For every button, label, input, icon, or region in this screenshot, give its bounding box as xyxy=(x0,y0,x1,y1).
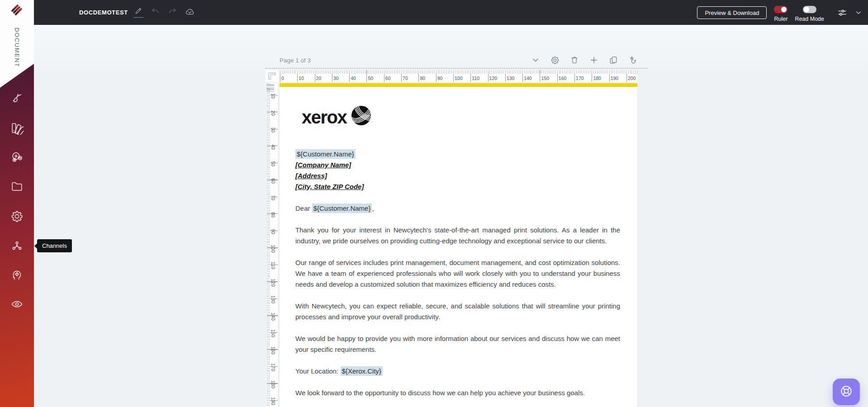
sidebar-item-insights[interactable] xyxy=(10,268,24,281)
v-ruler-label: 70 xyxy=(270,195,276,200)
app-logo xyxy=(9,3,24,17)
save-status xyxy=(185,8,195,18)
v-ruler-label: 140 xyxy=(270,312,276,321)
read-mode-toggle-group: Read Mode xyxy=(795,3,824,22)
view-settings-button[interactable] xyxy=(837,7,848,18)
xerox-logo: xerox xyxy=(302,104,620,130)
sidebar-item-settings[interactable] xyxy=(10,210,24,223)
paragraph: We would be happy to provide you with mo… xyxy=(295,333,620,355)
xerox-logo-text: xerox xyxy=(302,108,346,126)
clipped-paragraph: We look forward to the opportunity to di… xyxy=(295,388,620,398)
document-page[interactable]: xerox xyxy=(280,87,637,407)
customer-name-variable[interactable]: ${Customer.Name} xyxy=(295,149,356,159)
h-ruler-label: 130 xyxy=(507,76,515,81)
undo-button[interactable] xyxy=(151,8,161,18)
v-ruler-label: 190 xyxy=(270,397,276,405)
ruler-toggle[interactable] xyxy=(774,6,787,13)
duplicate-page-button[interactable] xyxy=(609,56,618,65)
eye-icon xyxy=(10,305,24,312)
h-ruler-label: 180 xyxy=(593,76,601,81)
pencil-icon xyxy=(134,7,142,17)
redo-button[interactable] xyxy=(168,8,178,18)
sidebar-section-label: DOCUMENT xyxy=(14,28,20,67)
location-label: Your Location: xyxy=(295,367,341,375)
copy-icon xyxy=(609,59,618,66)
v-ruler-label: 80 xyxy=(270,212,276,218)
v-ruler-label: 130 xyxy=(270,295,276,303)
v-ruler-label: 10 xyxy=(270,93,276,99)
undo-icon xyxy=(151,7,160,18)
v-ruler-label: 150 xyxy=(270,329,276,337)
h-ruler-label: 190 xyxy=(611,76,619,81)
delete-page-button[interactable] xyxy=(570,56,579,65)
h-ruler-label: 160 xyxy=(559,76,567,81)
sidebar-item-styles[interactable] xyxy=(10,122,24,135)
toggle-knob xyxy=(781,7,787,12)
h-ruler-label: 150 xyxy=(541,76,550,81)
h-ruler-label: 50 xyxy=(368,76,374,81)
v-ruler-label: 40 xyxy=(270,144,276,150)
tooltip-text: Channels xyxy=(42,242,67,249)
h-ruler-label: 0 xyxy=(281,76,284,81)
v-ruler-label: 160 xyxy=(270,346,276,355)
h-ruler-label: 40 xyxy=(351,76,356,81)
address-line: [Address] xyxy=(295,170,620,181)
tooltip-arrow xyxy=(34,243,37,249)
sidebar: DOCUMENT xyxy=(0,0,34,407)
add-page-button[interactable] xyxy=(589,56,598,65)
recipient-name-line: ${Customer.Name} xyxy=(295,149,620,160)
sidebar-item-variables[interactable] xyxy=(10,151,24,164)
sidebar-item-channels[interactable] xyxy=(10,239,24,252)
page-settings-button[interactable] xyxy=(550,56,560,65)
trash-icon xyxy=(570,59,579,66)
cloud-saved-icon xyxy=(185,7,195,19)
v-ruler-label: 120 xyxy=(270,279,276,287)
read-mode-toggle[interactable] xyxy=(803,6,816,13)
v-ruler-label: 180 xyxy=(270,380,276,388)
h-ruler-label: 200 xyxy=(628,76,636,81)
sliders-icon xyxy=(837,12,848,19)
plus-icon xyxy=(589,59,598,66)
page-top-highlight xyxy=(280,83,637,87)
topbar: DOCDEMOTEST xyxy=(34,0,868,25)
preview-download-button[interactable]: Preview & Download xyxy=(697,6,767,19)
page-indicator: Page 1 of 3 xyxy=(280,57,311,64)
rename-button[interactable] xyxy=(133,8,143,18)
app-root: DOCDEMOTEST xyxy=(0,0,868,407)
chevron-down-icon xyxy=(531,59,540,66)
h-ruler-label: 170 xyxy=(576,76,584,81)
molecule-icon xyxy=(10,158,24,165)
toggle-knob xyxy=(804,7,809,12)
salutation-suffix: , xyxy=(372,204,374,212)
paragraph: Our range of services includes print man… xyxy=(295,257,620,290)
city-state-zip-line: [City, State ZIP Code] xyxy=(295,181,620,192)
paragraph: With Newcytech, you can expect reliable,… xyxy=(295,301,620,322)
v-ruler-label: 100 xyxy=(270,245,276,253)
indent-markers xyxy=(266,85,274,91)
page-toolbar: Page 1 of 3 xyxy=(280,53,637,67)
sidebar-item-design[interactable] xyxy=(10,92,24,105)
h-ruler-label: 100 xyxy=(455,76,463,81)
h-ruler-label: 30 xyxy=(333,76,339,81)
chevron-down-icon xyxy=(855,10,862,18)
read-mode-toggle-label: Read Mode xyxy=(795,16,824,22)
location-line: Your Location: ${Xerox.City} xyxy=(295,366,620,377)
regenerate-page-button[interactable] xyxy=(628,56,637,65)
life-buoy-icon xyxy=(840,384,853,399)
edit-actions xyxy=(133,8,195,18)
more-options-button[interactable] xyxy=(855,9,862,16)
head-bulb-icon xyxy=(10,276,24,283)
horizontal-ruler: 0102030405060708090100110120130140150160… xyxy=(280,70,637,82)
help-button[interactable] xyxy=(833,379,860,405)
xerox-sphere-icon xyxy=(351,105,371,129)
collapse-page-button[interactable] xyxy=(531,56,540,65)
h-ruler-label: 60 xyxy=(385,76,391,81)
xerox-city-variable[interactable]: ${Xerox.City} xyxy=(341,366,383,376)
ruler-toggle-label: Ruler xyxy=(774,16,787,22)
folder-icon xyxy=(10,188,24,194)
customer-name-variable[interactable]: ${Customer.Name} xyxy=(312,204,372,213)
h-ruler-label: 120 xyxy=(489,76,498,81)
sidebar-item-preview[interactable] xyxy=(10,298,24,311)
ruler-toggle-group: Ruler xyxy=(774,3,787,22)
sidebar-item-files[interactable] xyxy=(10,180,24,193)
